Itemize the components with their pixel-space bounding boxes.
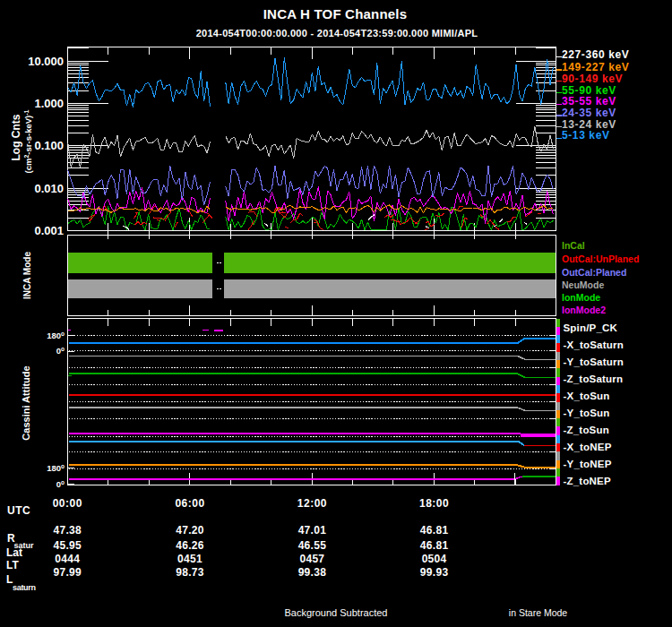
svg-text:UTC: UTC (7, 504, 30, 517)
svg-text:InCal: InCal (562, 240, 585, 251)
svg-text:0.010: 0.010 (34, 182, 64, 195)
svg-text:10.000: 10.000 (28, 55, 64, 68)
svg-text:06:00: 06:00 (175, 497, 204, 510)
svg-text:-Y_toNEP: -Y_toNEP (564, 459, 612, 469)
svg-text:Background Subtracted: Background Subtracted (285, 607, 388, 618)
svg-text:0457: 0457 (299, 553, 324, 565)
svg-text:46.55: 46.55 (298, 539, 327, 552)
svg-text:-X_toNEP: -X_toNEP (564, 442, 612, 452)
svg-text:-Y_toSun: -Y_toSun (564, 408, 610, 418)
svg-text:18:00: 18:00 (419, 497, 449, 510)
svg-text:12:00: 12:00 (297, 497, 327, 510)
svg-text:IonMode2: IonMode2 (562, 305, 606, 315)
svg-text:Spin/P_CK: Spin/P_CK (564, 322, 618, 333)
svg-text:99.38: 99.38 (298, 566, 327, 579)
svg-text:227-360 keV: 227-360 keV (562, 48, 629, 61)
svg-text:99.93: 99.93 (420, 566, 449, 579)
svg-text:-Z_toSun: -Z_toSun (564, 425, 609, 435)
svg-text:97.99: 97.99 (54, 566, 82, 579)
svg-text:0451: 0451 (177, 553, 202, 565)
svg-text:0444: 0444 (55, 553, 80, 565)
svg-text:46.26: 46.26 (176, 539, 204, 552)
svg-text:1.000: 1.000 (34, 97, 64, 110)
svg-text:0.100: 0.100 (34, 139, 64, 152)
svg-text:OutCal:Planed: OutCal:Planed (562, 267, 626, 278)
svg-text:-X_toSaturn: -X_toSaturn (564, 339, 624, 350)
svg-text:46.81: 46.81 (420, 524, 449, 537)
svg-text:46.81: 46.81 (420, 539, 449, 552)
svg-text:NeuMode: NeuMode (562, 279, 604, 290)
svg-text:LT: LT (6, 559, 19, 571)
svg-text:45.95: 45.95 (54, 539, 82, 552)
svg-text:-Z_toNEP: -Z_toNEP (564, 476, 611, 486)
svg-text:Log Cnts: Log Cnts (10, 114, 22, 160)
svg-text:98.73: 98.73 (176, 566, 204, 579)
svg-text:0504: 0504 (422, 553, 447, 565)
svg-text:INCA H TOF Channels: INCA H TOF Channels (263, 6, 407, 21)
svg-text:0.001: 0.001 (34, 224, 64, 237)
svg-text:2014-054T00:00:00.000 - 2014-0: 2014-054T00:00:00.000 - 2014-054T23:59:0… (196, 28, 478, 39)
svg-text:47.01: 47.01 (298, 524, 327, 537)
svg-text:-X_toSun: -X_toSun (564, 391, 610, 401)
svg-text:IonMode: IonMode (562, 292, 600, 303)
svg-text:INCA Mode: INCA Mode (22, 252, 32, 299)
svg-text:saturn: saturn (13, 583, 36, 592)
svg-text:Lat: Lat (6, 546, 22, 559)
svg-text:00:00: 00:00 (53, 497, 82, 510)
svg-text:5-13 keV: 5-13 keV (562, 129, 610, 142)
svg-text:OutCal:UnPlaned: OutCal:UnPlaned (562, 253, 639, 264)
svg-text:47.38: 47.38 (54, 524, 82, 537)
svg-text:-Z_toSaturn: -Z_toSaturn (564, 374, 624, 384)
svg-text:in Stare Mode: in Stare Mode (509, 607, 568, 618)
svg-text:Cassini Attitude: Cassini Attitude (21, 365, 31, 440)
svg-text:47.20: 47.20 (176, 524, 204, 537)
svg-text:-Y_toSaturn: -Y_toSaturn (564, 356, 624, 367)
svg-text:(cm2-sr-s-keV)-1: (cm2-sr-s-keV)-1 (23, 109, 34, 173)
